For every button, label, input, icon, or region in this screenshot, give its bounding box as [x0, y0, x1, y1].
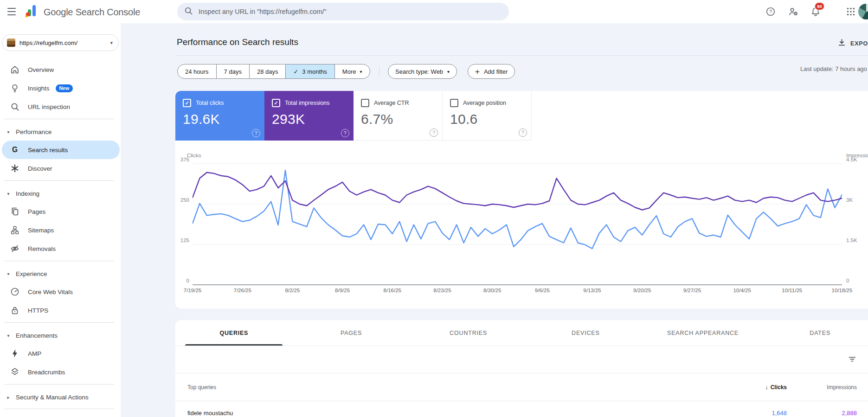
sidebar-item-breadcrumbs[interactable]: Breadcrumbs [2, 363, 120, 381]
table-body: fidele moustachu1,6482,888 [175, 401, 868, 417]
y-tick-right: 1.5K [846, 237, 857, 243]
export-button[interactable]: EXPORT [837, 38, 868, 49]
sidebar-item-label: Discover [28, 165, 52, 172]
url-inspect-input[interactable] [198, 7, 506, 16]
apps-grid-icon[interactable] [846, 6, 856, 17]
tabs-row: QUERIESPAGESCOUNTRIESDEVICESSEARCH APPEA… [175, 320, 868, 346]
dimensions-panel: QUERIESPAGESCOUNTRIESDEVICESSEARCH APPEA… [175, 320, 868, 417]
https-lock-icon [10, 305, 20, 315]
metric-card-total-clicks[interactable]: ✓Total clicks19.6K? [175, 91, 264, 141]
tab-queries[interactable]: QUERIES [175, 320, 293, 346]
sidebar-item-discover[interactable]: Discover [2, 159, 120, 178]
help-icon[interactable]: ? [765, 6, 776, 17]
sidebar-item-label: Sitemaps [28, 227, 54, 234]
search-type-filter[interactable]: Search type: Web ▾ [388, 64, 457, 79]
tab-label: DATES [810, 330, 830, 336]
filter-list-icon[interactable] [847, 354, 858, 365]
date-range-3-months[interactable]: ✓3 months [285, 64, 334, 78]
x-tick: 8/2/25 [285, 288, 300, 293]
tab-devices[interactable]: DEVICES [527, 320, 644, 346]
sidebar: https://refugelfm.com/ ▾ OverviewInsight… [0, 23, 121, 417]
avatar[interactable] [858, 4, 868, 19]
checkbox-checked-icon[interactable]: ✓ [183, 99, 191, 107]
sidebar-section-security-manual-actions[interactable]: ▸Security & Manual Actions [0, 388, 121, 406]
add-filter-button[interactable]: + Add filter [468, 64, 515, 79]
user-settings-icon[interactable] [788, 6, 798, 17]
sidebar-section-performance[interactable]: ▾Performance [0, 123, 121, 141]
sidebar-section-label: Performance [16, 128, 51, 135]
x-tick: 8/16/25 [384, 288, 401, 293]
impressions-column-header[interactable]: Impressions [787, 384, 868, 391]
sort-descending-icon: ↓ [765, 384, 768, 391]
date-range-7-days[interactable]: 7 days [216, 64, 249, 78]
sidebar-item-label: HTTPS [28, 307, 48, 314]
help-icon[interactable]: ? [430, 128, 438, 137]
date-range-more[interactable]: More▾ [334, 64, 370, 78]
sidebar-item-label: Overview [28, 66, 54, 73]
x-tick: 8/9/25 [335, 288, 350, 293]
property-selector[interactable]: https://refugelfm.com/ ▾ [2, 34, 119, 51]
property-url: https://refugelfm.com/ [19, 39, 106, 46]
sidebar-item-amp[interactable]: AMP [2, 344, 120, 363]
sidebar-section-indexing[interactable]: ▾Indexing [0, 185, 121, 202]
chevron-down-icon: ▾ [6, 191, 11, 196]
sitemaps-icon [10, 225, 20, 235]
sidebar-section-label: Indexing [16, 190, 39, 197]
tab-search-appearance[interactable]: SEARCH APPEARANCE [644, 320, 762, 346]
performance-panel: ✓Total clicks19.6K?✓Total impressions293… [175, 91, 868, 308]
y-tick-right: 3K [846, 197, 853, 203]
x-tick: 7/19/25 [184, 288, 201, 293]
amp-icon [10, 348, 20, 359]
sidebar-item-removals[interactable]: Removals [2, 239, 120, 258]
sidebar-section-experience[interactable]: ▾Experience [0, 265, 121, 282]
top-app-bar: Google Search Console ? 90 [0, 0, 868, 23]
clicks-column-header[interactable]: ↓ Clicks [717, 384, 787, 391]
home-icon [10, 64, 20, 75]
metric-card-total-impressions[interactable]: ✓Total impressions293K? [264, 91, 354, 141]
app-logo[interactable]: Google Search Console [25, 5, 140, 19]
app-title: Google Search Console [44, 7, 140, 18]
tab-dates[interactable]: DATES [761, 320, 868, 346]
sidebar-item-insights[interactable]: InsightsNew [2, 79, 120, 97]
sidebar-item-core-web-vitals[interactable]: Core Web Vitals [2, 282, 120, 301]
sidebar-divider [5, 384, 114, 385]
metric-card-average-position[interactable]: Average position10.6? [443, 91, 532, 141]
filter-separator [379, 66, 379, 77]
tab-countries[interactable]: COUNTRIES [410, 320, 527, 346]
metric-card-average-ctr[interactable]: Average CTR6.7%? [354, 91, 443, 141]
check-icon: ✓ [293, 68, 298, 75]
x-tick: 9/13/25 [583, 288, 601, 293]
sidebar-item-search-results[interactable]: GSearch results [2, 141, 120, 159]
main-content: Performance on Search results EXPORT 24 … [121, 23, 868, 417]
tab-pages[interactable]: PAGES [293, 320, 410, 346]
table-header: Top queries ↓ Clicks Impressions [175, 373, 868, 401]
sidebar-item-https[interactable]: HTTPS [2, 301, 120, 320]
help-icon[interactable]: ? [341, 129, 349, 137]
impressions-cell: 2,888 [787, 410, 868, 417]
top-queries-header: Top queries [175, 384, 717, 391]
date-range-24-hours[interactable]: 24 hours [178, 64, 216, 78]
url-inspect-searchbar[interactable] [177, 3, 509, 20]
chevron-down-icon: ▾ [6, 271, 11, 276]
sidebar-item-label: URL inspection [28, 103, 70, 110]
sidebar-item-overview[interactable]: Overview [2, 60, 120, 79]
checkbox-checked-icon[interactable]: ✓ [272, 99, 280, 107]
sidebar-item-label: Removals [28, 245, 56, 252]
y-tick-right: 4.5K [846, 157, 857, 162]
sidebar-item-url-inspection[interactable]: URL inspection [2, 97, 120, 116]
checkbox-unchecked-icon[interactable] [450, 99, 458, 107]
date-range-28-days[interactable]: 28 days [249, 64, 286, 78]
performance-chart[interactable] [193, 163, 842, 285]
help-icon[interactable]: ? [252, 129, 260, 137]
table-row[interactable]: fidele moustachu1,6482,888 [175, 401, 868, 417]
x-tick: 8/30/25 [483, 288, 501, 293]
sidebar-item-sitemaps[interactable]: Sitemaps [2, 221, 120, 239]
checkbox-unchecked-icon[interactable] [361, 99, 369, 107]
x-tick: 10/18/25 [832, 288, 853, 293]
svg-text:?: ? [769, 9, 772, 14]
help-icon[interactable]: ? [519, 128, 527, 137]
sidebar-item-pages[interactable]: Pages [2, 202, 120, 221]
sidebar-section-enhancements[interactable]: ▾Enhancements [0, 327, 121, 344]
tab-label: SEARCH APPEARANCE [667, 330, 739, 336]
menu-icon[interactable] [7, 8, 16, 18]
